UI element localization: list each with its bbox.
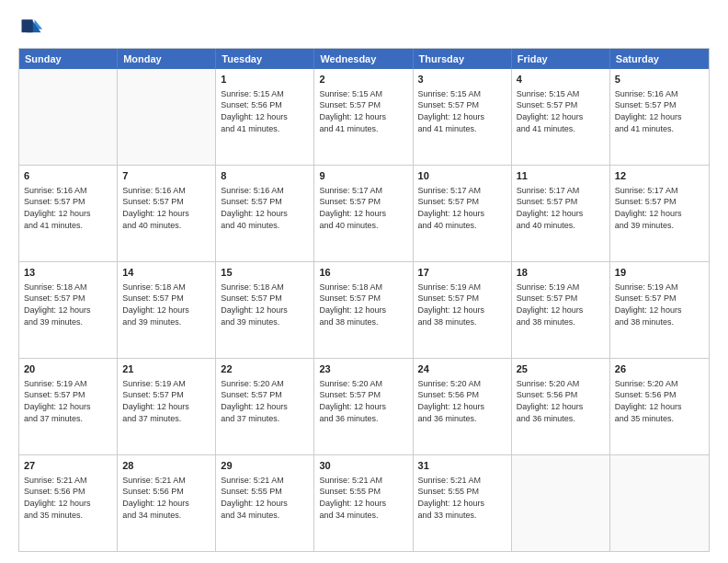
day-info: Sunrise: 5:17 AMSunset: 5:57 PMDaylight:… xyxy=(418,185,506,231)
day-info: Sunrise: 5:21 AMSunset: 5:56 PMDaylight:… xyxy=(24,475,112,521)
calendar-row: 20Sunrise: 5:19 AMSunset: 5:57 PMDayligh… xyxy=(19,358,709,454)
day-info: Sunrise: 5:15 AMSunset: 5:57 PMDaylight:… xyxy=(319,88,407,134)
day-cell: 30Sunrise: 5:21 AMSunset: 5:55 PMDayligh… xyxy=(314,455,413,551)
day-number: 30 xyxy=(319,459,407,473)
day-number: 11 xyxy=(517,169,605,183)
day-number: 17 xyxy=(418,266,506,280)
day-info: Sunrise: 5:18 AMSunset: 5:57 PMDaylight:… xyxy=(319,282,407,327)
day-info: Sunrise: 5:19 AMSunset: 5:57 PMDaylight:… xyxy=(615,282,704,327)
day-number: 1 xyxy=(221,73,309,86)
day-cell: 28Sunrise: 5:21 AMSunset: 5:56 PMDayligh… xyxy=(118,455,216,551)
day-number: 20 xyxy=(24,362,112,376)
weekday-header: Monday xyxy=(118,49,216,69)
weekday-header: Saturday xyxy=(610,49,709,69)
day-info: Sunrise: 5:19 AMSunset: 5:57 PMDaylight:… xyxy=(418,282,506,327)
day-info: Sunrise: 5:21 AMSunset: 5:55 PMDaylight:… xyxy=(418,475,506,521)
day-cell: 13Sunrise: 5:18 AMSunset: 5:57 PMDayligh… xyxy=(19,262,118,358)
logo xyxy=(18,15,48,40)
day-number: 14 xyxy=(122,266,210,280)
day-cell: 24Sunrise: 5:20 AMSunset: 5:56 PMDayligh… xyxy=(414,359,512,454)
day-info: Sunrise: 5:19 AMSunset: 5:57 PMDaylight:… xyxy=(24,378,112,424)
weekday-header: Sunday xyxy=(19,49,118,69)
day-number: 13 xyxy=(24,266,112,280)
calendar-row: 1Sunrise: 5:15 AMSunset: 5:56 PMDaylight… xyxy=(19,69,709,165)
day-cell: 15Sunrise: 5:18 AMSunset: 5:57 PMDayligh… xyxy=(216,262,314,358)
day-cell: 3Sunrise: 5:15 AMSunset: 5:57 PMDaylight… xyxy=(414,69,512,165)
calendar-row: 6Sunrise: 5:16 AMSunset: 5:57 PMDaylight… xyxy=(19,165,709,261)
day-cell: 6Sunrise: 5:16 AMSunset: 5:57 PMDaylight… xyxy=(19,166,118,261)
day-number: 27 xyxy=(24,459,112,473)
weekday-header: Thursday xyxy=(414,49,512,69)
day-info: Sunrise: 5:19 AMSunset: 5:57 PMDaylight:… xyxy=(517,282,605,327)
empty-cell xyxy=(610,455,709,551)
day-cell: 26Sunrise: 5:20 AMSunset: 5:56 PMDayligh… xyxy=(610,359,709,454)
day-number: 18 xyxy=(517,266,605,280)
day-number: 16 xyxy=(319,266,407,280)
day-number: 31 xyxy=(418,459,506,473)
empty-cell xyxy=(118,69,216,165)
day-info: Sunrise: 5:20 AMSunset: 5:57 PMDaylight:… xyxy=(221,378,309,424)
empty-cell xyxy=(19,69,118,165)
day-info: Sunrise: 5:18 AMSunset: 5:57 PMDaylight:… xyxy=(122,282,210,327)
svg-rect-3 xyxy=(22,19,33,32)
day-number: 19 xyxy=(615,266,704,280)
day-number: 15 xyxy=(221,266,309,280)
logo-icon xyxy=(18,15,44,40)
day-number: 21 xyxy=(122,362,210,376)
day-cell: 31Sunrise: 5:21 AMSunset: 5:55 PMDayligh… xyxy=(414,455,512,551)
day-number: 8 xyxy=(221,169,309,183)
day-number: 4 xyxy=(517,73,605,86)
day-cell: 8Sunrise: 5:16 AMSunset: 5:57 PMDaylight… xyxy=(216,166,314,261)
day-number: 6 xyxy=(24,169,112,183)
day-info: Sunrise: 5:16 AMSunset: 5:57 PMDaylight:… xyxy=(221,185,309,231)
day-number: 9 xyxy=(319,169,407,183)
day-cell: 19Sunrise: 5:19 AMSunset: 5:57 PMDayligh… xyxy=(610,262,709,358)
day-number: 7 xyxy=(122,169,210,183)
day-cell: 18Sunrise: 5:19 AMSunset: 5:57 PMDayligh… xyxy=(512,262,610,358)
day-cell: 23Sunrise: 5:20 AMSunset: 5:57 PMDayligh… xyxy=(314,359,413,454)
day-cell: 22Sunrise: 5:20 AMSunset: 5:57 PMDayligh… xyxy=(216,359,314,454)
day-info: Sunrise: 5:18 AMSunset: 5:57 PMDaylight:… xyxy=(221,282,309,327)
day-cell: 21Sunrise: 5:19 AMSunset: 5:57 PMDayligh… xyxy=(118,359,216,454)
day-cell: 27Sunrise: 5:21 AMSunset: 5:56 PMDayligh… xyxy=(19,455,118,551)
page: SundayMondayTuesdayWednesdayThursdayFrid… xyxy=(0,0,728,563)
day-number: 22 xyxy=(221,362,309,376)
day-info: Sunrise: 5:19 AMSunset: 5:57 PMDaylight:… xyxy=(122,378,210,424)
day-cell: 11Sunrise: 5:17 AMSunset: 5:57 PMDayligh… xyxy=(512,166,610,261)
day-cell: 7Sunrise: 5:16 AMSunset: 5:57 PMDaylight… xyxy=(118,166,216,261)
weekday-header: Wednesday xyxy=(314,49,413,69)
day-number: 29 xyxy=(221,459,309,473)
day-number: 5 xyxy=(615,73,704,86)
day-number: 10 xyxy=(418,169,506,183)
day-number: 28 xyxy=(122,459,210,473)
day-number: 25 xyxy=(517,362,605,376)
day-info: Sunrise: 5:20 AMSunset: 5:57 PMDaylight:… xyxy=(319,378,407,424)
header xyxy=(18,15,710,40)
day-cell: 12Sunrise: 5:17 AMSunset: 5:57 PMDayligh… xyxy=(610,166,709,261)
day-cell: 16Sunrise: 5:18 AMSunset: 5:57 PMDayligh… xyxy=(314,262,413,358)
day-info: Sunrise: 5:17 AMSunset: 5:57 PMDaylight:… xyxy=(319,185,407,231)
calendar-header: SundayMondayTuesdayWednesdayThursdayFrid… xyxy=(19,49,709,69)
day-cell: 14Sunrise: 5:18 AMSunset: 5:57 PMDayligh… xyxy=(118,262,216,358)
day-info: Sunrise: 5:20 AMSunset: 5:56 PMDaylight:… xyxy=(517,378,605,424)
day-cell: 9Sunrise: 5:17 AMSunset: 5:57 PMDaylight… xyxy=(314,166,413,261)
empty-cell xyxy=(512,455,610,551)
day-info: Sunrise: 5:17 AMSunset: 5:57 PMDaylight:… xyxy=(517,185,605,231)
day-info: Sunrise: 5:16 AMSunset: 5:57 PMDaylight:… xyxy=(615,88,704,134)
day-number: 24 xyxy=(418,362,506,376)
day-cell: 29Sunrise: 5:21 AMSunset: 5:55 PMDayligh… xyxy=(216,455,314,551)
day-cell: 20Sunrise: 5:19 AMSunset: 5:57 PMDayligh… xyxy=(19,359,118,454)
weekday-header: Tuesday xyxy=(216,49,314,69)
day-cell: 4Sunrise: 5:15 AMSunset: 5:57 PMDaylight… xyxy=(512,69,610,165)
day-cell: 5Sunrise: 5:16 AMSunset: 5:57 PMDaylight… xyxy=(610,69,709,165)
calendar: SundayMondayTuesdayWednesdayThursdayFrid… xyxy=(18,48,710,552)
day-info: Sunrise: 5:17 AMSunset: 5:57 PMDaylight:… xyxy=(615,185,704,231)
day-number: 3 xyxy=(418,73,506,86)
calendar-body: 1Sunrise: 5:15 AMSunset: 5:56 PMDaylight… xyxy=(19,69,709,551)
day-info: Sunrise: 5:20 AMSunset: 5:56 PMDaylight:… xyxy=(615,378,704,424)
day-info: Sunrise: 5:15 AMSunset: 5:57 PMDaylight:… xyxy=(418,88,506,134)
day-cell: 17Sunrise: 5:19 AMSunset: 5:57 PMDayligh… xyxy=(414,262,512,358)
day-number: 12 xyxy=(615,169,704,183)
day-number: 23 xyxy=(319,362,407,376)
day-number: 26 xyxy=(615,362,704,376)
